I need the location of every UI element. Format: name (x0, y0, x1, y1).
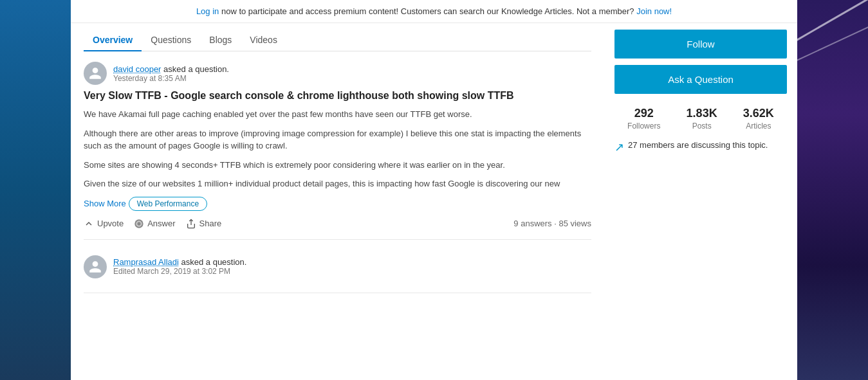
user-info-1: david cooper asked a question. Yesterday… (113, 64, 229, 83)
answer-label-1: Answer (147, 219, 175, 228)
answer-button-1[interactable]: Answer (134, 219, 175, 229)
share-button-1[interactable]: Share (186, 219, 222, 229)
tag-badge-1[interactable]: Web Performance (129, 197, 208, 211)
tabs-bar: Overview Questions Blogs Videos (84, 23, 591, 51)
share-label-1: Share (199, 219, 222, 228)
user-name-row-1: david cooper asked a question. (113, 64, 229, 74)
timestamp-1: Yesterday at 8:35 AM (113, 74, 229, 83)
question-card-2: Ramprasad Alladi asked a question. Edite… (84, 250, 591, 293)
upvote-icon (84, 219, 94, 229)
ask-question-button[interactable]: Ask a Question (614, 65, 787, 94)
right-background (797, 0, 868, 380)
right-sidebar: Follow Ask a Question 292 Followers 1.83… (604, 23, 797, 380)
members-discussing-text: 27 members are discussing this topic. (628, 140, 768, 151)
upvote-button-1[interactable]: Upvote (84, 219, 124, 229)
share-icon (186, 219, 196, 229)
upvote-label-1: Upvote (97, 219, 124, 228)
members-discussing: ↗ 27 members are discussing this topic. (614, 140, 787, 156)
tab-overview[interactable]: Overview (84, 30, 142, 51)
trend-icon: ↗ (614, 140, 624, 156)
body-para-1-3: Given the size of our websites 1 million… (84, 177, 591, 190)
user-name-row-2: Ramprasad Alladi asked a question. (113, 257, 246, 267)
posts-count: 1.83K (687, 107, 717, 120)
content-area: Overview Questions Blogs Videos (71, 23, 797, 380)
body-para-1-1: Although there are other areas to improv… (84, 127, 591, 152)
user-action-2: asked a question. (181, 257, 247, 267)
question-stats-1: 9 answers · 85 views (513, 219, 591, 228)
svg-point-2 (138, 222, 141, 225)
tab-questions[interactable]: Questions (142, 30, 200, 51)
follow-button[interactable]: Follow (614, 30, 787, 59)
action-row-1: Upvote Answer (84, 219, 591, 229)
login-link[interactable]: Log in (196, 6, 219, 16)
user-row-1: david cooper asked a question. Yesterday… (84, 62, 591, 85)
banner-text: now to participate and access premium co… (221, 6, 636, 16)
posts-label: Posts (692, 122, 712, 131)
question-card-1: david cooper asked a question. Yesterday… (84, 62, 591, 240)
followers-count: 292 (627, 107, 660, 120)
timestamp-2: Edited March 29, 2019 at 3:02 PM (113, 267, 246, 276)
join-link[interactable]: Join now! (636, 6, 672, 16)
user-row-2: Ramprasad Alladi asked a question. Edite… (84, 255, 591, 278)
main-content: Log in now to participate and access pre… (71, 0, 797, 380)
stat-posts: 1.83K Posts (687, 107, 717, 131)
feed-column: Overview Questions Blogs Videos (71, 23, 604, 380)
body-para-1-0: We have Akamai full page caching enabled… (84, 108, 591, 121)
avatar-1 (84, 62, 107, 85)
user-action-1: asked a question. (163, 64, 229, 74)
user-info-2: Ramprasad Alladi asked a question. Edite… (113, 257, 246, 276)
left-background (0, 0, 71, 380)
avatar-2 (84, 255, 107, 278)
show-more-link-1[interactable]: Show More (84, 199, 126, 208)
answer-icon (134, 219, 144, 229)
articles-count: 3.62K (743, 107, 774, 120)
tab-blogs[interactable]: Blogs (200, 30, 241, 51)
user-name-link-1[interactable]: david cooper (113, 64, 161, 74)
tab-videos[interactable]: Videos (241, 30, 286, 51)
body-para-1-2: Some sites are showing 4 seconds+ TTFB w… (84, 159, 591, 172)
top-banner: Log in now to participate and access pre… (71, 0, 797, 23)
stats-row: 292 Followers 1.83K Posts 3.62K Articles (614, 107, 787, 131)
followers-label: Followers (627, 122, 660, 131)
stat-articles: 3.62K Articles (743, 107, 774, 131)
question-title-1: Very Slow TTFB - Google search console &… (84, 90, 591, 102)
stat-followers: 292 Followers (627, 107, 660, 131)
question-body-1: We have Akamai full page caching enabled… (84, 108, 591, 190)
user-name-link-2[interactable]: Ramprasad Alladi (113, 257, 179, 267)
articles-label: Articles (746, 122, 771, 131)
